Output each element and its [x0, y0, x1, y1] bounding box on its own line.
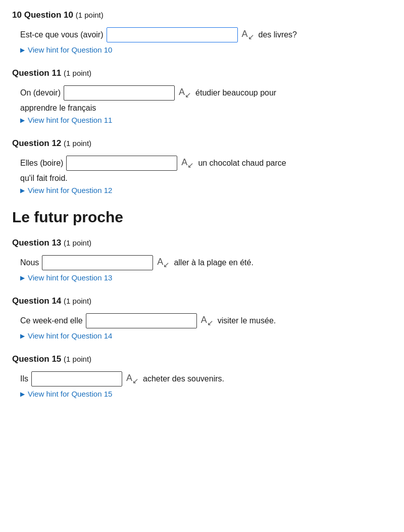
- question-14-row: Ce week-end elle A↙ visiter le musée.: [20, 313, 392, 328]
- question-12-prefix: Elles (boire): [20, 159, 63, 168]
- hint-label-13: View hint for Question 13: [28, 273, 112, 282]
- question-13-points: (1 point): [64, 238, 91, 247]
- spell-check-icon-10: A↙: [242, 29, 255, 41]
- hint-label-15: View hint for Question 15: [28, 390, 112, 398]
- spell-check-icon-15: A↙: [126, 373, 139, 385]
- question-11-block: Question 11 (1 point) On (devoir) A↙ étu…: [12, 68, 392, 124]
- question-12-title: Question 12 (1 point): [12, 138, 392, 149]
- question-12-points: (1 point): [64, 139, 91, 148]
- question-14-title: Question 14 (1 point): [12, 296, 392, 306]
- question-12-continuation: qu'il fait froid.: [20, 174, 392, 183]
- question-15-input[interactable]: [31, 371, 122, 386]
- question-11-title: Question 11 (1 point): [12, 68, 392, 78]
- question-11-row: On (devoir) A↙ étudier beaucoup pour: [20, 85, 392, 101]
- question-12-row: Elles (boire) A↙ un chocolat chaud parce: [20, 156, 392, 171]
- hint-arrow-11: ▶: [20, 117, 25, 124]
- hint-link-10[interactable]: ▶ View hint for Question 10: [20, 45, 392, 54]
- spell-check-icon-14: A↙: [201, 315, 214, 327]
- question-10-title: 10 Question 10 (1 point): [12, 10, 392, 20]
- hint-arrow-14: ▶: [20, 332, 25, 340]
- hint-link-12[interactable]: ▶ View hint for Question 12: [20, 186, 392, 195]
- question-15-suffix: acheter des souvenirs.: [143, 374, 224, 383]
- spell-check-icon-11: A↙: [179, 87, 191, 100]
- question-14-block: Question 14 (1 point) Ce week-end elle A…: [12, 296, 392, 340]
- spell-check-icon-12: A↙: [181, 157, 194, 170]
- hint-label-10: View hint for Question 10: [28, 45, 112, 54]
- question-number: 10: [12, 10, 22, 20]
- question-13-block: Question 13 (1 point) Nous A↙ aller à la…: [12, 238, 392, 282]
- question-13-prefix: Nous: [20, 258, 39, 267]
- hint-link-14[interactable]: ▶ View hint for Question 14: [20, 331, 392, 340]
- question-10-block: 10 Question 10 (1 point) Est-ce que vous…: [12, 10, 392, 54]
- hint-link-13[interactable]: ▶ View hint for Question 13: [20, 273, 392, 282]
- question-10-input[interactable]: [107, 27, 238, 42]
- hint-label-11: View hint for Question 11: [28, 116, 112, 124]
- question-11-points: (1 point): [64, 69, 91, 77]
- question-15-row: Ils A↙ acheter des souvenirs.: [20, 371, 392, 386]
- hint-link-15[interactable]: ▶ View hint for Question 15: [20, 390, 392, 398]
- question-14-suffix: visiter le musée.: [218, 316, 276, 325]
- question-10-row: Est-ce que vous (avoir) A↙ des livres?: [20, 27, 392, 42]
- hint-label-14: View hint for Question 14: [28, 331, 112, 340]
- hint-arrow-13: ▶: [20, 274, 25, 281]
- question-10-suffix: des livres?: [259, 30, 297, 39]
- question-11-suffix: étudier beaucoup pour: [195, 88, 276, 98]
- hint-label-12: View hint for Question 12: [28, 186, 112, 195]
- question-13-input[interactable]: [42, 255, 153, 270]
- question-15-title: Question 15 (1 point): [12, 354, 392, 364]
- section-header: Le futur proche: [12, 209, 392, 226]
- hint-arrow-10: ▶: [20, 46, 25, 54]
- question-13-row: Nous A↙ aller à la plage en été.: [20, 255, 392, 270]
- question-15-block: Question 15 (1 point) Ils A↙ acheter des…: [12, 354, 392, 398]
- spell-check-icon-13: A↙: [157, 257, 170, 269]
- question-12-suffix: un chocolat chaud parce: [198, 159, 286, 168]
- question-11-continuation: apprendre le français: [20, 104, 392, 113]
- hint-arrow-15: ▶: [20, 391, 25, 398]
- hint-link-11[interactable]: ▶ View hint for Question 11: [20, 116, 392, 124]
- question-12-block: Question 12 (1 point) Elles (boire) A↙ u…: [12, 138, 392, 195]
- question-14-points: (1 point): [64, 297, 91, 305]
- question-points: (1 point): [76, 11, 104, 19]
- question-10-prefix: Est-ce que vous (avoir): [20, 30, 104, 39]
- question-14-prefix: Ce week-end elle: [20, 316, 83, 325]
- question-15-points: (1 point): [64, 355, 91, 363]
- question-11-prefix: On (devoir): [20, 88, 61, 98]
- question-12-input[interactable]: [66, 156, 177, 171]
- question-14-input[interactable]: [86, 313, 197, 328]
- hint-arrow-12: ▶: [20, 187, 25, 194]
- question-11-input[interactable]: [64, 85, 175, 101]
- question-13-suffix: aller à la plage en été.: [174, 258, 253, 267]
- question-13-title: Question 13 (1 point): [12, 238, 392, 248]
- question-15-prefix: Ils: [20, 374, 28, 383]
